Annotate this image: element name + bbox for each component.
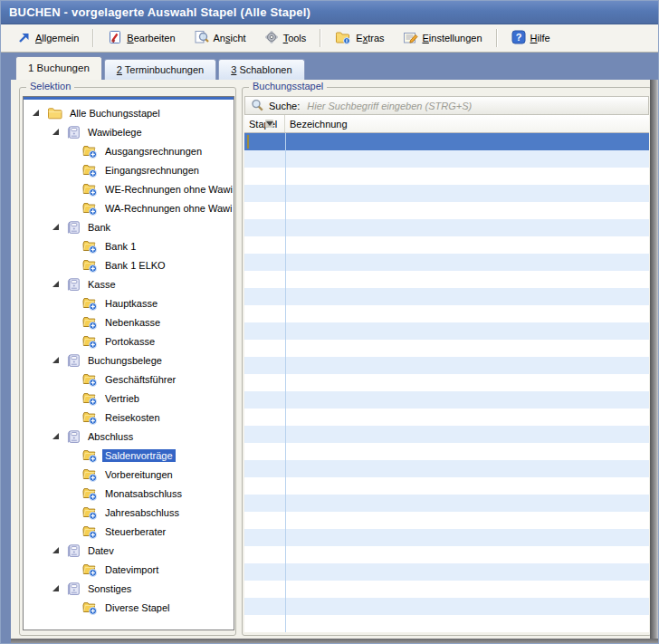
tree-item[interactable]: Ausgangsrechnungen [24, 141, 234, 160]
tree-item-label: Bank [85, 221, 113, 234]
table-row[interactable] [244, 254, 649, 271]
table-row[interactable] [244, 615, 649, 632]
table-row[interactable] [244, 391, 649, 409]
stack-folder-icon [81, 163, 98, 178]
table-row[interactable] [244, 236, 649, 254]
column-header-stapel[interactable]: Stapel [244, 115, 285, 132]
expand-triangle-icon[interactable] [53, 224, 67, 230]
tree-item[interactable]: Nebenkasse [24, 312, 234, 332]
table-body [244, 133, 649, 632]
expand-triangle-icon[interactable] [53, 585, 67, 591]
table-row[interactable] [244, 168, 649, 185]
table-header: Stapel Bezeichnung [244, 115, 649, 133]
tab-schablonen[interactable]: 3 Schablonen [218, 59, 304, 80]
tree-item[interactable]: Sonstiges [24, 579, 234, 598]
expand-triangle-icon[interactable] [53, 281, 67, 287]
table-row[interactable] [244, 202, 649, 219]
filebox-icon [67, 277, 81, 292]
table-row[interactable] [244, 322, 649, 340]
tree-item[interactable]: Jahresabschluss [24, 503, 234, 522]
stack-folder-icon [81, 467, 98, 482]
tree-item[interactable]: Bank [24, 217, 234, 236]
tree-item[interactable]: Kasse [24, 274, 234, 293]
table-row[interactable] [244, 443, 649, 460]
selektion-tree-panel[interactable]: Alle BuchungsstapelWawibelegeAusgangsrec… [23, 96, 234, 630]
tree-item[interactable]: Buchungsbelege [24, 351, 234, 370]
tree-item[interactable]: Datev [24, 541, 234, 560]
table-row[interactable] [244, 288, 649, 305]
column-header-bezeichnung[interactable]: Bezeichnung [285, 115, 649, 132]
table-row[interactable] [244, 374, 649, 391]
tree-item[interactable]: Wawibelege [24, 122, 234, 141]
tree-item-label: Steuerberater [102, 525, 168, 538]
tree-item[interactable]: Diverse Stapel [24, 598, 234, 617]
main-toolbar: Allgemein Bearbeiten Ansicht Tools [1, 24, 658, 53]
table-row[interactable] [244, 271, 649, 288]
tree-item[interactable]: Datevimport [24, 560, 234, 579]
table-row[interactable] [244, 357, 649, 374]
tree-item[interactable]: WE-Rechnungen ohne Wawi [24, 179, 234, 198]
toolbar-button-allgemein[interactable]: Allgemein [8, 27, 88, 50]
search-input[interactable] [305, 100, 643, 112]
toolbar-button-extras[interactable]: Extras [326, 27, 393, 50]
tree-item[interactable]: Reisekosten [24, 408, 234, 427]
toolbar-button-ansicht[interactable]: Ansicht [185, 26, 255, 50]
table-row[interactable] [244, 546, 649, 563]
folder-icon [47, 107, 62, 120]
tab-band: 1 Buchungen 2 Terminbuchungen 3 Schablon… [1, 53, 658, 80]
tree-item[interactable]: Saldenvorträge [24, 446, 234, 465]
table-row[interactable] [244, 512, 649, 529]
tree-item[interactable]: Alle Buchungsstapel [24, 103, 234, 122]
buchungsstapel-panel: Suche: Stapel Bezeichnung [244, 96, 649, 633]
tab-buchungen[interactable]: 1 Buchungen [15, 56, 102, 80]
tree-item[interactable]: Vertrieb [24, 389, 234, 408]
tree-item[interactable]: Geschäftsführer [24, 370, 234, 389]
stack-folder-icon [81, 562, 98, 577]
toolbar-button-hilfe[interactable]: ? Hilfe [502, 26, 559, 50]
tree-item[interactable]: Vorbereitungen [24, 465, 234, 484]
tree-item-label: Sonstiges [85, 582, 134, 595]
table-row[interactable] [244, 185, 649, 202]
expand-triangle-icon[interactable] [33, 110, 47, 116]
table-row[interactable] [244, 219, 649, 236]
stack-folder-icon [81, 201, 98, 216]
table-row[interactable] [244, 340, 649, 357]
tree-item[interactable]: Portokasse [24, 332, 234, 351]
table-row[interactable] [244, 563, 649, 581]
stack-folder-icon [81, 239, 98, 254]
tree-item[interactable]: Eingangsrechnungen [24, 160, 234, 179]
table-row-selected[interactable] [244, 133, 649, 150]
table-row[interactable] [244, 581, 649, 598]
tree-item[interactable]: Monatsabschluss [24, 484, 234, 503]
table-row[interactable] [244, 477, 649, 495]
tree-item[interactable]: Abschluss [24, 427, 234, 446]
tree-item[interactable]: Bank 1 [24, 236, 234, 255]
tree-item-label: Kasse [85, 278, 119, 291]
table-row[interactable] [244, 409, 649, 426]
expand-triangle-icon[interactable] [53, 357, 67, 363]
expand-triangle-icon[interactable] [53, 547, 67, 553]
table-row[interactable] [244, 305, 649, 322]
table-row[interactable] [244, 150, 649, 168]
search-label: Suche: [269, 101, 300, 111]
table-row[interactable] [244, 426, 649, 443]
tree-item-label: Hauptkasse [102, 297, 160, 310]
toolbar-button-tools[interactable]: Tools [255, 26, 316, 50]
search-bar: Suche: [244, 96, 649, 115]
table-row[interactable] [244, 598, 649, 615]
tree-item-label: Saldenvorträge [102, 449, 176, 462]
expand-triangle-icon[interactable] [53, 433, 67, 439]
tab-terminbuchungen[interactable]: 2 Terminbuchungen [104, 59, 216, 80]
svg-text:?: ? [515, 32, 521, 43]
table-row[interactable] [244, 529, 649, 546]
table-row[interactable] [244, 460, 649, 477]
tree-item[interactable]: WA-Rechnungen ohne Wawi [24, 198, 234, 217]
expand-triangle-icon[interactable] [53, 129, 67, 135]
toolbar-button-einstellungen[interactable]: Einstellungen [394, 27, 492, 50]
tree-item[interactable]: Steuerberater [24, 522, 234, 541]
tree-item[interactable]: Bank 1 ELKO [24, 255, 234, 274]
table-row[interactable] [244, 495, 649, 512]
toolbar-button-bearbeiten[interactable]: Bearbeiten [99, 26, 184, 50]
column-separator [285, 133, 286, 632]
tree-item[interactable]: Hauptkasse [24, 293, 234, 312]
